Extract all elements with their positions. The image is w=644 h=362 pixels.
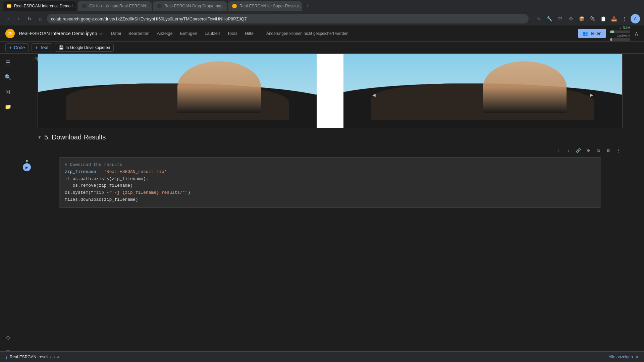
cell-link-btn[interactable]: 🔗 (574, 146, 582, 155)
sidebar-variables-icon[interactable]: {x} (2, 86, 14, 98)
cell-settings-btn[interactable]: ⚙ (584, 146, 592, 155)
add-code-button[interactable]: + Code (5, 43, 29, 52)
code-line-1: # Download the results (65, 162, 595, 169)
browser-chrome: CO Real-ESRGAN Inference Demo.i... × Git… (0, 0, 644, 25)
sidebar-files-icon[interactable]: 📁 (2, 101, 14, 113)
ram-fill (610, 31, 614, 33)
share-button[interactable]: 👥 Teilen (578, 29, 606, 38)
empty-space (16, 209, 644, 276)
tab-2[interactable]: GitHub - xinntao/Real-ESRGAN:... × (78, 1, 152, 11)
collapse-button[interactable]: ∧ (634, 30, 639, 37)
show-all-button[interactable]: Alle anzeigen (609, 355, 633, 359)
menu-bearbeiten[interactable]: Bearbeiten (125, 29, 153, 37)
code-kw-if: if (65, 176, 72, 181)
section-arrow-icon: ▼ (38, 135, 42, 140)
close-download-button[interactable]: × (636, 354, 639, 360)
tab-4[interactable]: Real-ESRGAN for Super-Resolut... × (228, 1, 302, 11)
new-tab-button[interactable]: + (303, 1, 313, 11)
arrow-right-indicator: ► (589, 92, 594, 98)
menu-tools[interactable]: Tools (224, 29, 241, 37)
code-func-remove: os.remove(zip_filename) (72, 183, 132, 188)
add-text-icon: + (35, 45, 38, 50)
menu-bar: Datei Bearbeiten Anzeige Einfügen Laufze… (107, 29, 257, 37)
profile-icon[interactable]: A (631, 14, 640, 23)
menu-einfuegen[interactable]: Einfügen (177, 29, 201, 37)
code-indent-1 (65, 183, 70, 188)
home-button[interactable]: ⌂ (36, 15, 44, 23)
tab-3-title: Real-ESRGAN-Drag-Drop/dragg... (164, 4, 226, 8)
sidebar-code-snippets-icon[interactable]: ◇ (2, 331, 14, 343)
cell-delete-btn[interactable]: 🗑 (604, 146, 612, 155)
download-bar: ↓ Real-ESRGAN_result.zip ∧ Alle anzeigen… (0, 351, 644, 362)
menu-anzeige[interactable]: Anzeige (154, 29, 176, 37)
code-content[interactable]: # Download the results zip_filename = 'R… (59, 158, 601, 207)
browser-controls: ‹ › ↻ ⌂ colab.research.google.com/drive/… (0, 12, 644, 25)
forward-button[interactable]: › (15, 15, 23, 23)
code-func-os: os.path.exists(zip_filename): (72, 176, 148, 181)
drive-copy-button[interactable]: 💾 In Google Drive kopieren (55, 44, 114, 52)
tab-1-title: Real-ESRGAN Inference Demo.i... (14, 4, 76, 8)
bookmark-button[interactable]: ☆ (534, 14, 543, 23)
run-cell-button[interactable]: ▶ (23, 163, 31, 171)
cell-move-up-btn[interactable]: ↑ (554, 146, 562, 155)
code-op-1: = (99, 169, 104, 174)
share-label: Teilen (590, 31, 601, 36)
menu-datei[interactable]: Datei (107, 29, 124, 37)
notebook-content: [4] (16, 54, 644, 362)
extension-3[interactable]: ⚙ (566, 14, 576, 23)
tab-1-active[interactable]: CO Real-ESRGAN Inference Demo.i... × (3, 1, 76, 11)
tab-4-title: Real-ESRGAN for Super-Resolut... (239, 4, 302, 8)
tab-bar: CO Real-ESRGAN Inference Demo.i... × Git… (0, 0, 644, 12)
code-string-1: 'Real-ESRGAN_result.zip' (104, 169, 167, 174)
notebook-title: Real-ESRGAN Inference Demo.ipynb ☆ (19, 31, 103, 36)
address-bar[interactable]: colab.research.google.com/drive/1k2Zod6k… (47, 14, 529, 23)
star-icon[interactable]: ☆ (99, 31, 103, 36)
menu-laufzeit[interactable]: Laufzeit (201, 29, 223, 37)
cell-number-label: [4] (34, 56, 38, 61)
image-gap (317, 54, 343, 128)
settings-button[interactable]: ⋮ (620, 14, 629, 23)
tab-2-title: GitHub - xinntao/Real-ESRGAN:... (89, 4, 151, 8)
extension-6[interactable]: 📋 (598, 14, 608, 23)
image-left (38, 54, 317, 128)
colab-toolbar: + Code + Text 💾 In Google Drive kopieren (0, 42, 644, 54)
disk-label: Laufwerk (616, 34, 630, 38)
tab-3[interactable]: Real-ESRGAN-Drag-Drop/dragg... × (153, 1, 227, 11)
extension-5[interactable]: 🔌 (588, 14, 597, 23)
browser-actions: ☆ 🔧 🛡 ⚙ 📦 🔌 📋 📥 ⋮ A (534, 14, 640, 23)
tab-1-favicon: CO (7, 4, 11, 8)
cell-more-btn[interactable]: ⋮ (614, 146, 623, 155)
code-files-download: files.download(zip_filename) (65, 197, 138, 202)
code-cell-wrapper: ▶ # Download the results zip_filename = … (38, 157, 623, 208)
cell-move-down-btn[interactable]: ↓ (564, 146, 572, 155)
image-output: ◄ ► (38, 54, 623, 128)
cell-copy-btn[interactable]: ⧉ (594, 146, 602, 155)
unsaved-message: Änderungen können nicht gespeichert werd… (266, 31, 348, 36)
colab-top-bar: CO Real-ESRGAN Inference Demo.ipynb ☆ Da… (0, 25, 644, 42)
download-file-icon: ↓ (5, 354, 8, 360)
share-icon: 👥 (583, 31, 588, 36)
back-button[interactable]: ‹ (4, 15, 12, 23)
sidebar-menu-icon[interactable]: ☰ (2, 56, 14, 68)
download-chevron-icon[interactable]: ∧ (57, 355, 60, 359)
extension-1[interactable]: 🔧 (545, 14, 554, 23)
reload-button[interactable]: ↻ (25, 15, 34, 23)
tab-2-favicon (82, 4, 87, 8)
cell-active-indicator (26, 160, 28, 162)
extension-4[interactable]: 📦 (577, 14, 586, 23)
section-header-download[interactable]: ▼ 5. Download Results (16, 128, 644, 146)
extension-2[interactable]: 🛡 (555, 14, 565, 23)
add-code-label: Code (14, 45, 25, 50)
code-var-zip: zip_filename (65, 169, 96, 174)
code-paren-close: ) (188, 190, 191, 195)
sidebar-search-icon[interactable]: 🔍 (2, 71, 14, 83)
add-text-button[interactable]: + Text (32, 43, 52, 52)
drive-copy-label: In Google Drive kopieren (66, 45, 110, 50)
cell-left-controls: ▶ (23, 160, 31, 171)
person-left (177, 61, 261, 113)
extension-7[interactable]: 📥 (609, 14, 619, 23)
arrow-left-indicator: ◄ (371, 92, 377, 98)
left-sidebar: ☰ 🔍 {x} 📁 ◇ ⊡ ⊻ (0, 54, 16, 362)
colab-logo: CO (5, 29, 15, 38)
menu-hilfe[interactable]: Hilfe (241, 29, 257, 37)
